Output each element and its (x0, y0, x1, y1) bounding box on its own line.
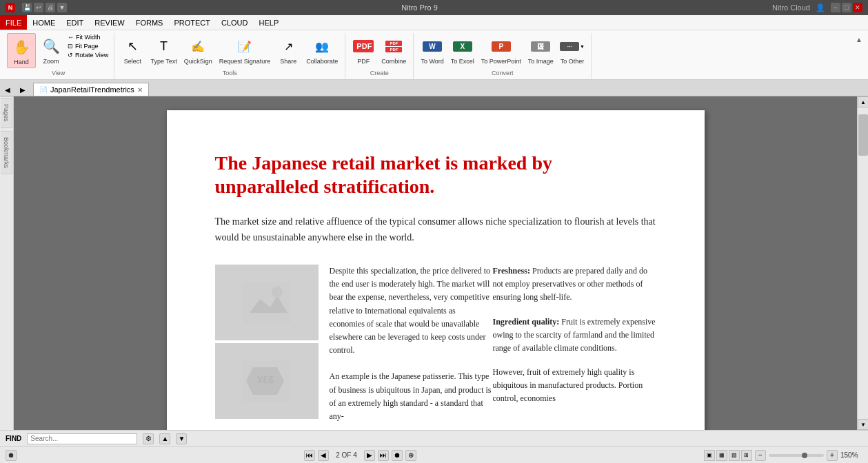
view-spread-btn[interactable]: ▧ (729, 450, 740, 461)
quicksign-btn[interactable]: ✍ QuickSign (181, 33, 215, 67)
page-indicator: 2 OF 4 (332, 451, 361, 459)
collaborate-icon: 👥 (311, 35, 333, 57)
minimize-btn[interactable]: − (831, 3, 840, 12)
nav-prev-btn[interactable]: ◀ (318, 450, 329, 461)
maximize-btn[interactable]: □ (842, 3, 851, 12)
zoom-in-btn[interactable]: + (827, 450, 838, 461)
menu-forms[interactable]: FORMS (130, 15, 169, 30)
title-bar-left: N 💾 ↩ 🖨 ▼ (6, 3, 67, 12)
ribbon-view-items: ✋ Hand 🔍 Zoom ↔ Fit Width ⊡ Fit Page (7, 33, 110, 68)
quick-access-undo[interactable]: ↩ (34, 3, 43, 12)
select-btn[interactable]: ↖ Select (119, 33, 146, 67)
menu-protect[interactable]: PROTECT (168, 15, 216, 30)
bookmarks-panel-tab[interactable]: Bookmarks (1, 131, 12, 174)
to-powerpoint-btn[interactable]: P To PowerPoint (478, 33, 524, 67)
fit-width-btn[interactable]: ↔ Fit Width (66, 33, 110, 41)
scroll-up-btn[interactable]: ▲ (858, 96, 868, 107)
to-image-btn[interactable]: 🖼 To Image (525, 33, 556, 67)
share-icon: ↗ (277, 35, 299, 57)
ribbon-group-view: ✋ Hand 🔍 Zoom ↔ Fit Width ⊡ Fit Page (3, 33, 114, 79)
right-scrollbar[interactable]: ▲ ▼ (857, 96, 868, 430)
document-page: The Japanese retail market is marked by … (167, 110, 705, 430)
quick-access-menu[interactable]: ▼ (57, 3, 67, 12)
nav-next-btn[interactable]: ▶ (364, 450, 375, 461)
ribbon-group-convert: W To Word X To Excel P To PowerPoint (414, 33, 592, 79)
doc-area[interactable]: The Japanese retail market is marked by … (14, 96, 857, 430)
fit-page-label: Fit Page (75, 43, 99, 50)
view-single-btn[interactable]: ▣ (704, 450, 715, 461)
share-btn[interactable]: ↗ Share (274, 33, 302, 67)
rotate-label: Rotate View (75, 52, 108, 59)
menu-help[interactable]: HELP (254, 15, 285, 30)
quick-access-print[interactable]: 🖨 (46, 3, 55, 12)
powerpoint-icon: P (490, 35, 512, 57)
ribbon-convert-items: W To Word X To Excel P To PowerPoint (418, 33, 587, 68)
pdf-btn[interactable]: PDF PDF (350, 33, 377, 67)
menu-file[interactable]: FILE (0, 15, 27, 30)
nav-first-btn[interactable]: ⏮ (304, 450, 315, 461)
col-left-para-2: An example is the Japanese patisserie. T… (330, 370, 493, 423)
zoom-thumb[interactable] (802, 453, 807, 458)
type-text-btn[interactable]: T Type Text (148, 33, 179, 67)
doc-tab[interactable]: 📄 JapanRetailTrendmetrics ✕ (33, 83, 149, 96)
doc-tab-close-btn[interactable]: ✕ (137, 86, 143, 94)
to-powerpoint-label: To PowerPoint (481, 58, 521, 65)
scroll-thumb[interactable] (858, 114, 868, 156)
find-next-btn[interactable]: ▼ (176, 433, 187, 444)
record-circle-btn[interactable]: ⏺ (392, 450, 403, 461)
zoom-slider[interactable] (769, 454, 824, 457)
share-label: Share (280, 58, 296, 65)
ribbon-group-create: PDF PDF PDF PDF Combine Create (345, 33, 414, 79)
rotate-view-btn[interactable]: ↺ Rotate View (66, 51, 110, 59)
to-other-btn[interactable]: ··· ▼ To Other (558, 33, 587, 67)
status-center: ⏮ ◀ 2 OF 4 ▶ ⏭ ⏺ ⊕ (304, 450, 416, 461)
fit-page-btn[interactable]: ⊡ Fit Page (66, 42, 110, 50)
nitro-cloud-label[interactable]: Nitro Cloud (772, 3, 810, 12)
menu-bar: FILE HOME EDIT REVIEW FORMS PROTECT CLOU… (0, 15, 868, 30)
zoom-out-btn[interactable]: − (755, 450, 766, 461)
ribbon-group-tools: ↖ Select T Type Text ✍ QuickSign 📝 Reque… (114, 33, 345, 79)
view-fit-btn[interactable]: ⊞ (741, 450, 752, 461)
image-2-svg: ¥£$ (239, 357, 294, 405)
menu-review[interactable]: REVIEW (89, 15, 130, 30)
nav-last-btn[interactable]: ⏭ (378, 450, 389, 461)
scroll-track[interactable] (858, 107, 868, 419)
zoom-icon: 🔍 (40, 35, 62, 57)
tab-scroll-left[interactable]: ◀ (1, 83, 14, 96)
combine-btn[interactable]: PDF PDF Combine (379, 33, 409, 67)
to-image-label: To Image (528, 58, 554, 65)
zoom-percentage: 150% (840, 451, 862, 459)
scroll-down-btn[interactable]: ▼ (858, 419, 868, 430)
hand-tool-btn[interactable]: ✋ Hand (7, 33, 36, 68)
menu-edit[interactable]: EDIT (61, 15, 89, 30)
app-icon: N (6, 3, 15, 12)
tab-scroll-right[interactable]: ▶ (17, 83, 29, 96)
find-prev-btn[interactable]: ▲ (159, 433, 170, 444)
to-excel-btn[interactable]: X To Excel (448, 33, 477, 67)
request-sig-btn[interactable]: 📝 Request Signature (216, 33, 274, 67)
doc-col-right: Freshness: Products are prepared daily a… (493, 265, 656, 423)
record-btn[interactable]: ⏺ (6, 450, 17, 461)
share-status-btn[interactable]: ⊕ (405, 450, 416, 461)
rotate-icon: ↺ (68, 52, 73, 59)
close-btn[interactable]: ✕ (853, 3, 862, 12)
quick-access-save[interactable]: 💾 (22, 3, 32, 12)
status-bar: ⏺ ⏮ ◀ 2 OF 4 ▶ ⏭ ⏺ ⊕ ▣ ▦ ▧ ⊞ − + (0, 446, 868, 463)
to-word-btn[interactable]: W To Word (418, 33, 446, 67)
menu-home[interactable]: HOME (27, 15, 61, 30)
create-group-label: Create (350, 68, 409, 79)
user-icon[interactable]: 👤 (816, 3, 825, 12)
zoom-tool-btn[interactable]: 🔍 Zoom (37, 33, 65, 67)
view-continuous-btn[interactable]: ▦ (716, 450, 727, 461)
menu-cloud[interactable]: CLOUD (216, 15, 254, 30)
status-left: ⏺ (6, 450, 17, 461)
svg-rect-0 (243, 282, 291, 323)
document-title: The Japanese retail market is marked by … (215, 152, 656, 198)
pages-panel-tab[interactable]: Pages (1, 98, 12, 128)
find-settings-btn[interactable]: ⚙ (143, 433, 154, 444)
collaborate-btn[interactable]: 👥 Collaborate (303, 33, 341, 67)
side-images: ¥£$ (215, 265, 319, 423)
ribbon-expand-btn[interactable]: ▲ (853, 33, 865, 79)
find-label: FIND (6, 435, 21, 442)
find-input[interactable] (27, 433, 137, 444)
